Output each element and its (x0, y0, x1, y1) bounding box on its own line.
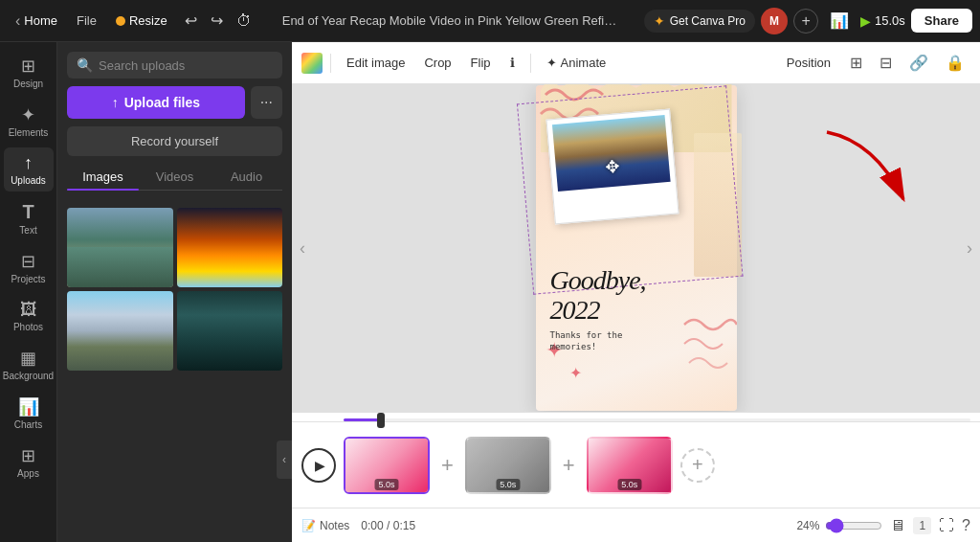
polaroid-image (551, 115, 670, 192)
sidebar-item-projects[interactable]: ⊟ Projects (4, 245, 54, 290)
timeline-scrubber[interactable] (344, 418, 970, 421)
search-input[interactable] (99, 58, 273, 73)
info-button[interactable]: ℹ (502, 52, 523, 74)
color-swatch[interactable] (301, 53, 323, 74)
sidebar-item-background[interactable]: ▦ Background (4, 342, 54, 387)
add-clip-button[interactable]: + (680, 448, 715, 483)
clip-3-label: 5.0s (617, 479, 641, 490)
more-options-button[interactable]: ··· (251, 86, 282, 119)
tab-images[interactable]: Images (67, 164, 139, 190)
crop-button[interactable]: Crop (416, 52, 458, 74)
time-display: 0:00 / 0:15 (361, 519, 415, 532)
canva-pro-button[interactable]: ✦ Get Canva Pro (644, 10, 755, 33)
red-arrow (817, 123, 923, 222)
canva-pro-label: Get Canva Pro (670, 14, 746, 28)
analytics-button[interactable]: 📊 (824, 8, 855, 34)
redo-button[interactable]: ↪ (205, 8, 229, 34)
sidebar-label-elements: Elements (9, 127, 49, 138)
uploads-panel: 🔍 ↑ Upload files ··· Record yourself Ima… (57, 42, 292, 542)
sidebar-label-background: Background (3, 371, 54, 381)
sidebar-label-photos: Photos (13, 322, 43, 332)
charts-icon: 📊 (18, 396, 39, 418)
add-button[interactable]: + (793, 9, 818, 34)
flip-button[interactable]: Flip (463, 52, 499, 74)
pattern-icon-button[interactable]: ⊟ (874, 50, 898, 76)
polaroid-photo[interactable]: ✥ (546, 109, 679, 225)
star-icon: ✦ (654, 13, 665, 29)
timeline-top-row (292, 413, 980, 421)
home-button[interactable]: ‹ Home (8, 9, 65, 34)
uploads-panel-inner: 🔍 ↑ Upload files ··· Record yourself Ima… (57, 42, 292, 200)
zoom-slider[interactable] (825, 518, 882, 533)
desktop-icon[interactable]: 🖥 (890, 517, 905, 534)
preview-timer-button[interactable]: ▶ 15.0s (860, 13, 905, 29)
elements-icon: ✦ (21, 104, 35, 125)
uploads-icon: ↑ (24, 153, 33, 173)
grid-icon-button[interactable]: ⊞ (844, 50, 868, 76)
toolbar-divider-1 (330, 54, 331, 73)
clip-3[interactable]: 5.0s (587, 437, 673, 494)
sidebar-item-photos[interactable]: 🖼 Photos (4, 294, 54, 338)
upload-thumb-1[interactable] (67, 208, 173, 287)
sidebar-item-apps[interactable]: ⊞ Apps (4, 440, 54, 485)
tab-videos[interactable]: Videos (139, 164, 211, 190)
play-button[interactable]: ▶ (301, 448, 336, 483)
clip-2[interactable]: 5.0s (465, 437, 551, 494)
record-yourself-button[interactable]: Record yourself (67, 126, 282, 156)
chevron-left-icon: ‹ (15, 12, 20, 30)
canvas-scroll-area[interactable]: ‹ › ∧ ∨ (292, 84, 980, 412)
sidebar-label-text: Text (19, 225, 36, 236)
position-button[interactable]: Position (779, 52, 838, 74)
upload-thumb-2[interactable] (177, 208, 283, 287)
upload-thumb-4[interactable] (177, 291, 283, 371)
help-icon[interactable]: ? (962, 517, 970, 534)
share-button[interactable]: Share (911, 9, 972, 33)
clip-2-label: 5.0s (496, 479, 520, 490)
icon-sidebar: ⊞ Design ✦ Elements ↑ Uploads T Text ⊟ P… (0, 42, 57, 542)
undo-button[interactable]: ↩ (179, 8, 203, 34)
fullscreen-icon[interactable]: ⛶ (939, 517, 954, 534)
link-icon-button[interactable]: 🔗 (903, 50, 934, 76)
collapse-chevron-icon: ‹ (282, 453, 286, 466)
search-icon: 🔍 (77, 57, 93, 73)
sidebar-item-text[interactable]: T Text (4, 195, 54, 241)
undo-redo-group: ↩ ↪ ⏱ (179, 8, 257, 34)
sidebar-item-elements[interactable]: ✦ Elements (4, 99, 54, 144)
file-button[interactable]: File (69, 10, 104, 32)
top-bar-left: ‹ Home File Resize ↩ ↪ ⏱ (8, 8, 257, 34)
scroll-left-button[interactable]: ‹ (292, 231, 313, 266)
tab-audio-label: Audio (231, 169, 262, 184)
crop-label: Crop (424, 56, 451, 70)
sidebar-item-charts[interactable]: 📊 Charts (4, 391, 54, 436)
tab-audio[interactable]: Audio (211, 164, 282, 190)
upload-icon: ↑ (112, 95, 119, 110)
upload-files-label: Upload files (124, 95, 200, 110)
search-box[interactable]: 🔍 (67, 52, 282, 79)
design-icon: ⊞ (21, 56, 35, 77)
edit-image-label: Edit image (346, 56, 405, 70)
clip-plus-2: + (559, 453, 579, 478)
scroll-right-button[interactable]: › (959, 231, 980, 266)
notes-label: Notes (320, 519, 349, 532)
clip-1[interactable]: 5.0s (344, 437, 430, 494)
resize-button[interactable]: Resize (108, 10, 175, 32)
avatar[interactable]: M (761, 8, 788, 34)
upload-thumb-3[interactable] (67, 291, 173, 371)
sidebar-item-uploads[interactable]: ↑ Uploads (4, 147, 54, 192)
timeline-playhead[interactable] (377, 413, 385, 428)
editor-toolbar: Edit image Crop Flip ℹ ✦ Animate Positio… (292, 42, 980, 84)
sidebar-item-design[interactable]: ⊞ Design (4, 50, 54, 95)
edit-image-button[interactable]: Edit image (339, 52, 412, 74)
notes-icon: 📝 (301, 519, 316, 532)
animate-button[interactable]: ✦ Animate (539, 52, 614, 74)
lock-icon-button[interactable]: 🔒 (940, 50, 970, 76)
upload-files-button[interactable]: ↑ Upload files (67, 86, 245, 119)
goodbye-text: Goodbye,2022 (550, 266, 727, 326)
timer-icon-button[interactable]: ⏱ (231, 8, 257, 34)
notes-button[interactable]: 📝 Notes (301, 519, 349, 532)
status-bar: 📝 Notes 0:00 / 0:15 24% 🖥 1 ⛶ ? (292, 508, 980, 542)
design-card[interactable]: ✦ ✦ ✥ Goodbye,2022 Thanks for thememorie… (536, 85, 737, 411)
panel-collapse-handle[interactable]: ‹ (277, 440, 292, 479)
animate-icon: ✦ (546, 56, 557, 70)
torn-paper-right (694, 133, 742, 277)
